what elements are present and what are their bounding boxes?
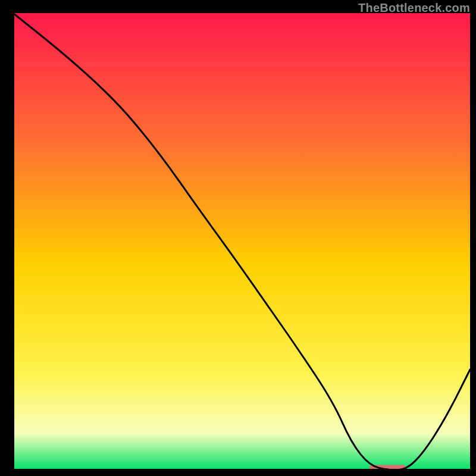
chart-container: TheBottleneck.com xyxy=(0,0,476,476)
plot-area xyxy=(13,13,470,470)
watermark-text: TheBottleneck.com xyxy=(358,1,470,15)
chart-svg xyxy=(13,13,470,470)
gradient-background xyxy=(13,13,470,470)
